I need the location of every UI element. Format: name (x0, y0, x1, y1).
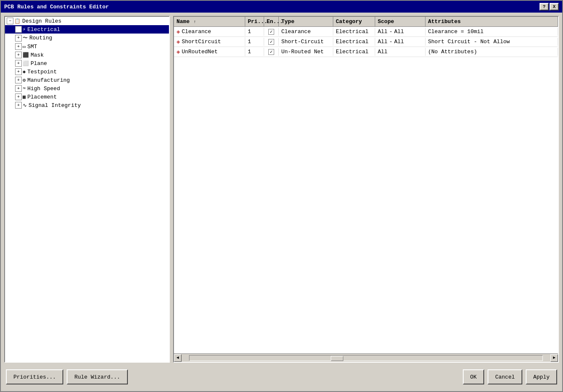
content-area: − 📋 Design Rules + ⚡ Electrical + 〜 Rout… (1, 13, 562, 391)
sidebar-item-mask[interactable]: + ⬛ Mask (5, 51, 169, 59)
cell-scope-clearance: All - All (375, 28, 425, 36)
sort-arrow-name: ↑ (194, 20, 196, 24)
plane-toggle[interactable]: + (15, 60, 22, 67)
testpoint-toggle[interactable]: + (15, 68, 22, 75)
tree-root[interactable]: − 📋 Design Rules (5, 17, 169, 25)
scrollbar-thumb[interactable] (331, 356, 343, 361)
sidebar-item-placement[interactable]: + ▦ Placement (5, 93, 169, 101)
cell-type-shortcircuit: Short-Circuit (279, 38, 333, 46)
sidebar-item-plane[interactable]: + ⬜ Plane (5, 59, 169, 67)
plane-icon: ⬜ (23, 60, 29, 67)
table-header: Name ↑ Pri... En... Type Category (174, 17, 558, 27)
placement-label: Placement (27, 94, 57, 100)
root-toggle[interactable]: − (7, 18, 13, 24)
manufacturing-toggle[interactable]: + (15, 77, 22, 83)
highspeed-toggle[interactable]: + (15, 85, 22, 92)
electrical-icon: ⚡ (23, 26, 26, 33)
cell-name-shortcircuit: ◈ ShortCircuit (174, 37, 245, 46)
testpoint-icon: ✱ (23, 69, 26, 75)
rule-icon-shortcircuit: ◈ (176, 38, 180, 45)
rule-wizard-button[interactable]: Rule Wizard... (67, 369, 127, 384)
manufacturing-label: Manufacturing (27, 77, 70, 83)
cell-attributes-unroutednet: (No Attributes) (425, 48, 558, 56)
cell-category-unroutednet: Electrical (333, 48, 375, 56)
cancel-button[interactable]: Cancel (488, 369, 522, 384)
cell-priority-unroutednet: 1 (245, 48, 264, 56)
checkbox-shortcircuit[interactable]: ✓ (268, 39, 274, 45)
sidebar-item-highspeed[interactable]: + ≈ High Speed (5, 84, 169, 93)
table-row[interactable]: ◈ UnRoutedNet 1 ✓ Un-Routed Net (174, 47, 558, 57)
placement-toggle[interactable]: + (15, 93, 22, 100)
sidebar-item-manufacturing[interactable]: + ⚙ Manufacturing (5, 76, 169, 84)
col-header-type[interactable]: Type (279, 17, 333, 26)
scrollbar-left-btn[interactable]: ◄ (174, 354, 182, 362)
cell-name-unroutednet: ◈ UnRoutedNet (174, 47, 245, 56)
cell-enabled-shortcircuit[interactable]: ✓ (264, 38, 279, 46)
apply-button[interactable]: Apply (526, 369, 557, 384)
table-body: ◈ Clearance 1 ✓ Clearance (174, 27, 558, 353)
electrical-toggle[interactable]: + (15, 26, 22, 33)
rule-icon-unroutednet: ◈ (176, 48, 180, 55)
cell-priority-clearance: 1 (245, 28, 264, 36)
mask-label: Mask (31, 52, 44, 58)
main-panel: − 📋 Design Rules + ⚡ Electrical + 〜 Rout… (4, 16, 559, 363)
cell-scope-unroutednet: All (375, 48, 425, 56)
col-header-attributes[interactable]: Attributes (425, 17, 558, 26)
rule-icon-clearance: ◈ (176, 28, 180, 35)
priorities-button[interactable]: Priorities... (6, 369, 63, 384)
mask-toggle[interactable]: + (15, 52, 22, 58)
routing-toggle[interactable]: + (15, 35, 22, 42)
electrical-label: Electrical (27, 26, 60, 33)
ok-button[interactable]: OK (463, 369, 485, 384)
placement-icon: ▦ (23, 94, 26, 100)
cell-enabled-clearance[interactable]: ✓ (264, 28, 279, 36)
main-window: PCB Rules and Constraints Editor ? X − 📋… (0, 0, 563, 392)
smt-toggle[interactable]: + (15, 43, 22, 50)
sidebar-item-signal-integrity[interactable]: + ∿ Signal Integrity (5, 101, 169, 109)
highspeed-label: High Speed (27, 86, 60, 92)
col-header-name[interactable]: Name ↑ (174, 17, 245, 26)
routing-label: Routing (29, 35, 52, 41)
signal-integrity-toggle[interactable]: + (15, 102, 22, 109)
window-title: PCB Rules and Constraints Editor (4, 4, 109, 10)
help-button[interactable]: ? (540, 3, 549, 10)
manufacturing-icon: ⚙ (23, 77, 26, 83)
table-row[interactable]: ◈ ShortCircuit 1 ✓ Short-Circuit (174, 37, 558, 47)
cell-name-clearance: ◈ Clearance (174, 27, 245, 36)
cell-type-unroutednet: Un-Routed Net (279, 48, 333, 56)
tree-panel: − 📋 Design Rules + ⚡ Electrical + 〜 Rout… (4, 16, 170, 363)
signal-integrity-icon: ∿ (23, 102, 27, 109)
checkbox-clearance[interactable]: ✓ (268, 29, 274, 35)
mask-icon: ⬛ (23, 52, 29, 58)
plane-label: Plane (31, 60, 47, 67)
col-header-priority[interactable]: Pri... (245, 17, 264, 26)
cell-category-shortcircuit: Electrical (333, 38, 375, 46)
smt-label: SMT (27, 44, 37, 50)
checkbox-unroutednet[interactable]: ✓ (268, 49, 274, 55)
col-header-enabled[interactable]: En... (264, 17, 279, 26)
cell-enabled-unroutednet[interactable]: ✓ (264, 48, 279, 56)
cell-scope-shortcircuit: All - All (375, 38, 425, 46)
cell-category-clearance: Electrical (333, 28, 375, 36)
title-bar: PCB Rules and Constraints Editor ? X (1, 1, 562, 13)
scrollbar-track[interactable] (189, 355, 543, 361)
col-header-category[interactable]: Category (333, 17, 375, 26)
col-header-scope[interactable]: Scope (375, 17, 425, 26)
routing-icon: 〜 (23, 34, 28, 42)
root-icon: 📋 (14, 18, 21, 24)
table-horizontal-scrollbar: ◄ ► (174, 353, 558, 362)
highspeed-icon: ≈ (23, 86, 26, 91)
close-button[interactable]: X (550, 3, 559, 10)
root-label: Design Rules (22, 18, 62, 24)
sidebar-item-routing[interactable]: + 〜 Routing (5, 34, 169, 42)
cell-attributes-clearance: Clearance = 10mil (425, 28, 558, 36)
cell-type-clearance: Clearance (279, 28, 333, 36)
sidebar-item-smt[interactable]: + ▭ SMT (5, 42, 169, 51)
testpoint-label: Testpoint (27, 69, 57, 75)
sidebar-item-electrical[interactable]: + ⚡ Electrical (5, 25, 169, 34)
signal-integrity-label: Signal Integrity (29, 102, 81, 109)
sidebar-item-testpoint[interactable]: + ✱ Testpoint (5, 67, 169, 76)
table-row[interactable]: ◈ Clearance 1 ✓ Clearance (174, 27, 558, 37)
scrollbar-right-btn[interactable]: ► (550, 354, 558, 362)
title-bar-buttons: ? X (540, 3, 559, 10)
